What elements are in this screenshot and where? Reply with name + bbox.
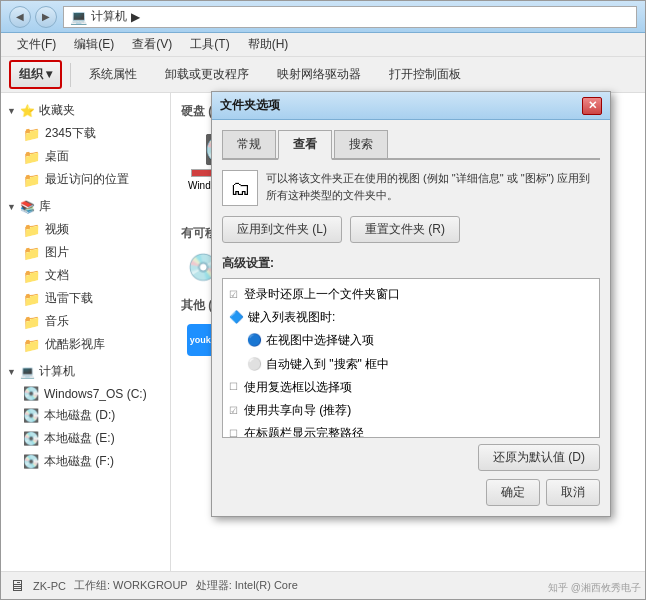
menu-view[interactable]: 查看(V): [124, 34, 180, 55]
folder-icon: 📁: [23, 126, 40, 142]
folder-view-buttons: 应用到文件夹 (L) 重置文件夹 (R): [222, 216, 600, 243]
folder-view-icon: 🗂: [222, 170, 258, 206]
menu-help[interactable]: 帮助(H): [240, 34, 297, 55]
folder-icon: 📁: [23, 245, 40, 261]
sidebar-section-library: ▼ 📚 库 📁 视频 📁 图片 📁 文档 📁: [1, 195, 170, 356]
adv-item-1: 🔷 键入列表视图时:: [223, 306, 599, 329]
sidebar-item-pictures[interactable]: 📁 图片: [1, 241, 170, 264]
adv-item-6[interactable]: ☐ 在标题栏显示完整路径: [223, 422, 599, 438]
sidebar-item-pictures-label: 图片: [45, 244, 69, 261]
dialog-close-button[interactable]: ✕: [582, 97, 602, 115]
library-icon: 📚: [20, 200, 35, 214]
advanced-label: 高级设置:: [222, 255, 600, 272]
adv-item-2[interactable]: 🔵 在视图中选择键入项: [223, 329, 599, 352]
radio-3: ⚪: [247, 355, 262, 374]
restore-defaults-row: 还原为默认值 (D): [222, 444, 600, 471]
bullet-4: ☐: [229, 379, 238, 395]
path-text: 计算机: [91, 8, 127, 25]
forward-button[interactable]: ▶: [35, 6, 57, 28]
favorites-label: 收藏夹: [39, 102, 75, 119]
cancel-button[interactable]: 取消: [546, 479, 600, 506]
adv-item-5[interactable]: ☑ 使用共享向导 (推荐): [223, 399, 599, 422]
hdd-icon: 💽: [23, 408, 39, 423]
sidebar-item-d-drive[interactable]: 💽 本地磁盘 (D:): [1, 404, 170, 427]
workgroup: 工作组: WORKGROUP: [74, 578, 188, 593]
sidebar-header-favorites[interactable]: ▼ ⭐ 收藏夹: [1, 99, 170, 122]
ok-button[interactable]: 确定: [486, 479, 540, 506]
adv-item-4[interactable]: ☐ 使用复选框以选择项: [223, 376, 599, 399]
organize-button[interactable]: 组织 ▾: [9, 60, 62, 89]
folder-icon: 📁: [23, 172, 40, 188]
tab-general[interactable]: 常规: [222, 130, 276, 158]
sidebar-item-desktop[interactable]: 📁 桌面: [1, 145, 170, 168]
sidebar-item-recent[interactable]: 📁 最近访问的位置: [1, 168, 170, 191]
reset-folder-button[interactable]: 重置文件夹 (R): [350, 216, 460, 243]
restore-defaults-button[interactable]: 还原为默认值 (D): [478, 444, 600, 471]
library-triangle: ▼: [7, 202, 16, 212]
dialog-title: 文件夹选项: [220, 97, 280, 114]
folder-view-section: 🗂 可以将该文件夹正在使用的视图 (例如 "详细信息" 或 "图标") 应用到所…: [222, 170, 600, 206]
sidebar-item-thunder[interactable]: 📁 迅雷下载: [1, 287, 170, 310]
sidebar: ▼ ⭐ 收藏夹 📁 2345下载 📁 桌面 📁 最近访问的位置: [1, 93, 171, 571]
pc-icon: 🖥: [9, 577, 25, 595]
sidebar-header-computer[interactable]: ▼ 💻 计算机: [1, 360, 170, 383]
adv-label-6: 在标题栏显示完整路径: [244, 424, 364, 438]
sidebar-item-youku[interactable]: 📁 优酷影视库: [1, 333, 170, 356]
sidebar-section-computer: ▼ 💻 计算机 💽 Windows7_OS (C:) 💽 本地磁盘 (D:) 💽…: [1, 360, 170, 473]
sidebar-item-docs[interactable]: 📁 文档: [1, 264, 170, 287]
section-bullet-1: 🔷: [229, 308, 244, 327]
menu-tools[interactable]: 工具(T): [182, 34, 237, 55]
system-props-button[interactable]: 系统属性: [79, 62, 147, 87]
sidebar-item-e-drive[interactable]: 💽 本地磁盘 (E:): [1, 427, 170, 450]
adv-label-3: 自动键入到 "搜索" 框中: [266, 355, 389, 374]
sidebar-item-c-drive[interactable]: 💽 Windows7_OS (C:): [1, 383, 170, 404]
sidebar-item-e-label: 本地磁盘 (E:): [44, 430, 115, 447]
uninstall-button[interactable]: 卸载或更改程序: [155, 62, 259, 87]
library-label: 库: [39, 198, 51, 215]
hdd-icon: 💽: [23, 431, 39, 446]
back-button[interactable]: ◀: [9, 6, 31, 28]
tabs-bar: 常规 查看 搜索: [222, 130, 600, 160]
toolbar: 组织 ▾ 系统属性 卸载或更改程序 映射网络驱动器 打开控制面板: [1, 57, 645, 93]
menu-edit[interactable]: 编辑(E): [66, 34, 122, 55]
address-bar[interactable]: 💻 计算机 ▶: [63, 6, 637, 28]
sidebar-header-library[interactable]: ▼ 📚 库: [1, 195, 170, 218]
adv-item-3[interactable]: ⚪ 自动键入到 "搜索" 框中: [223, 353, 599, 376]
tab-search[interactable]: 搜索: [334, 130, 388, 158]
sidebar-item-2345-label: 2345下载: [45, 125, 96, 142]
titlebar: ◀ ▶ 💻 计算机 ▶: [1, 1, 645, 33]
bullet-0: ☑: [229, 287, 238, 303]
computer-name: ZK-PC: [33, 580, 66, 592]
menu-file[interactable]: 文件(F): [9, 34, 64, 55]
sidebar-item-video[interactable]: 📁 视频: [1, 218, 170, 241]
path-arrow: ▶: [131, 10, 140, 24]
sidebar-item-music-label: 音乐: [45, 313, 69, 330]
sidebar-item-c-label: Windows7_OS (C:): [44, 387, 147, 401]
adv-label-1: 键入列表视图时:: [248, 308, 335, 327]
folder-icon: 📁: [23, 314, 40, 330]
adv-item-0[interactable]: ☑ 登录时还原上一个文件夹窗口: [223, 283, 599, 306]
sidebar-item-youku-label: 优酷影视库: [45, 336, 105, 353]
folder-icon: 📁: [23, 222, 40, 238]
folder-icon: 📁: [23, 337, 40, 353]
adv-label-5: 使用共享向导 (推荐): [244, 401, 351, 420]
favorites-triangle: ▼: [7, 106, 16, 116]
tab-view[interactable]: 查看: [278, 130, 332, 160]
sidebar-item-f-drive[interactable]: 💽 本地磁盘 (F:): [1, 450, 170, 473]
apply-to-folder-button[interactable]: 应用到文件夹 (L): [222, 216, 342, 243]
adv-label-4: 使用复选框以选择项: [244, 378, 352, 397]
radio-2: 🔵: [247, 331, 262, 350]
sidebar-item-docs-label: 文档: [45, 267, 69, 284]
folder-icon: 📁: [23, 268, 40, 284]
sidebar-item-desktop-label: 桌面: [45, 148, 69, 165]
open-control-button[interactable]: 打开控制面板: [379, 62, 471, 87]
sidebar-item-2345[interactable]: 📁 2345下载: [1, 122, 170, 145]
processor: 处理器: Intel(R) Core: [196, 578, 298, 593]
sidebar-item-d-label: 本地磁盘 (D:): [44, 407, 115, 424]
nav-buttons: ◀ ▶: [9, 6, 57, 28]
dialog-footer: 确定 取消: [222, 479, 600, 506]
sidebar-item-video-label: 视频: [45, 221, 69, 238]
advanced-list[interactable]: ☑ 登录时还原上一个文件夹窗口 🔷 键入列表视图时: 🔵 在视图中选择键入项: [222, 278, 600, 438]
map-drive-button[interactable]: 映射网络驱动器: [267, 62, 371, 87]
sidebar-item-music[interactable]: 📁 音乐: [1, 310, 170, 333]
